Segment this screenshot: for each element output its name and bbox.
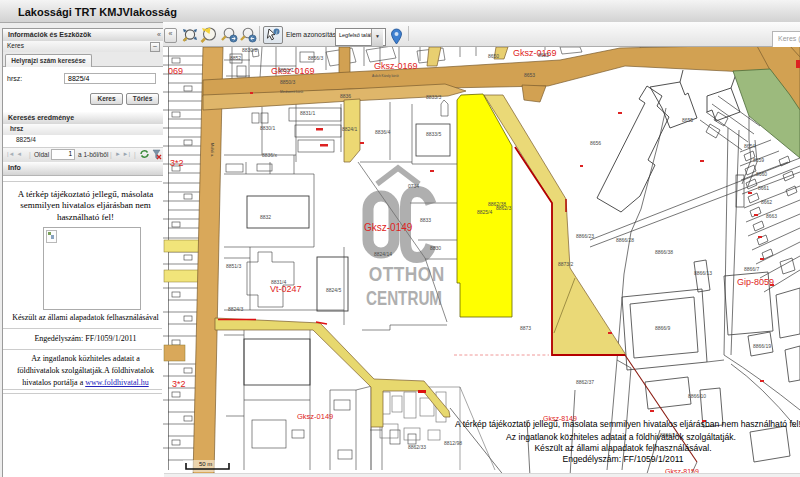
svg-text:8824/3: 8824/3 bbox=[228, 306, 244, 312]
svg-text:3*2: 3*2 bbox=[172, 379, 186, 389]
svg-text:8831/1: 8831/1 bbox=[300, 110, 316, 116]
svg-text:Gksz-0169: Gksz-0169 bbox=[374, 61, 418, 71]
svg-text:8812/98: 8812/98 bbox=[444, 440, 462, 446]
svg-text:8832: 8832 bbox=[260, 214, 271, 220]
svg-text:069: 069 bbox=[168, 66, 183, 76]
svg-text:3*2: 3*2 bbox=[170, 158, 184, 168]
svg-text:8830: 8830 bbox=[430, 245, 441, 251]
svg-text:Vt-0247: Vt-0247 bbox=[270, 284, 302, 294]
svg-text:8850/3: 8850/3 bbox=[280, 79, 296, 85]
svg-text:Muhó u.: Muhó u. bbox=[210, 143, 215, 157]
svg-text:8866/19: 8866/19 bbox=[753, 343, 771, 349]
svg-text:Az ingatlanok közhiteles adata: Az ingatlanok közhiteles adatait a földh… bbox=[506, 432, 736, 442]
svg-text:Engedélyszám: FF/1059/1/2011: Engedélyszám: FF/1059/1/2011 bbox=[562, 454, 683, 464]
svg-text:8873: 8873 bbox=[520, 325, 531, 331]
svg-text:8862/38: 8862/38 bbox=[488, 201, 506, 207]
svg-text:8655: 8655 bbox=[682, 117, 693, 123]
svg-text:8833: 8833 bbox=[420, 217, 431, 223]
svg-text:8831/4: 8831/4 bbox=[271, 279, 287, 285]
svg-text:8660: 8660 bbox=[756, 171, 767, 177]
svg-text:Készült az állami alapadatok f: Készült az állami alapadatok felhasználá… bbox=[534, 443, 711, 453]
svg-text:8862/37: 8862/37 bbox=[576, 379, 594, 385]
svg-text:Gip-8059: Gip-8059 bbox=[737, 277, 774, 287]
svg-text:8836/x: 8836/x bbox=[262, 152, 278, 158]
svg-text:8656: 8656 bbox=[590, 140, 601, 146]
svg-text:8866/28: 8866/28 bbox=[616, 237, 634, 243]
svg-text:8661: 8661 bbox=[758, 185, 769, 191]
svg-text:8866/7: 8866/7 bbox=[744, 266, 760, 272]
svg-text:8653: 8653 bbox=[524, 72, 535, 78]
svg-text:OTTHON: OTTHON bbox=[369, 263, 445, 285]
svg-text:8682: 8682 bbox=[538, 52, 549, 58]
svg-text:8866/38: 8866/38 bbox=[655, 249, 673, 255]
svg-text:8825/4: 8825/4 bbox=[477, 209, 493, 215]
svg-text:8866/23: 8866/23 bbox=[576, 233, 594, 239]
svg-text:8662: 8662 bbox=[761, 199, 772, 205]
svg-text:8873/2: 8873/2 bbox=[558, 261, 574, 267]
svg-text:Gksz-0149: Gksz-0149 bbox=[297, 412, 333, 421]
svg-text:8836/4: 8836/4 bbox=[375, 129, 391, 135]
svg-text:8824/1: 8824/1 bbox=[342, 126, 358, 132]
svg-text:Mindszenti körút: Mindszenti körút bbox=[280, 90, 303, 94]
svg-text:0734: 0734 bbox=[408, 183, 419, 189]
svg-text:Gksz-0169: Gksz-0169 bbox=[513, 48, 557, 58]
svg-text:Aulich Károly körút: Aulich Károly körút bbox=[372, 74, 399, 78]
svg-text:8866/10: 8866/10 bbox=[688, 393, 706, 399]
svg-text:8866/9: 8866/9 bbox=[655, 325, 671, 331]
svg-text:8830/1: 8830/1 bbox=[260, 125, 276, 131]
svg-text:8663: 8663 bbox=[766, 213, 777, 219]
svg-text:8866/13: 8866/13 bbox=[694, 270, 712, 276]
svg-text:8851/3: 8851/3 bbox=[226, 263, 242, 269]
svg-text:8850/7: 8850/7 bbox=[278, 67, 294, 73]
svg-text:8836: 8836 bbox=[340, 93, 351, 99]
svg-text:8833/5: 8833/5 bbox=[426, 131, 442, 137]
svg-text:8852: 8852 bbox=[230, 55, 241, 61]
svg-text:CENTRUM: CENTRUM bbox=[366, 287, 442, 309]
svg-text:8833/3: 8833/3 bbox=[426, 94, 442, 100]
svg-text:50 m: 50 m bbox=[199, 461, 212, 467]
svg-text:8824/14: 8824/14 bbox=[374, 251, 392, 257]
svg-text:Gksz-0149: Gksz-0149 bbox=[364, 222, 413, 233]
svg-text:8824/5: 8824/5 bbox=[326, 287, 342, 293]
svg-text:8856/3: 8856/3 bbox=[308, 55, 324, 61]
svg-text:8659: 8659 bbox=[753, 157, 764, 163]
svg-text:8654: 8654 bbox=[744, 143, 755, 149]
svg-text:8862/33: 8862/33 bbox=[408, 444, 426, 450]
svg-text:8830/8: 8830/8 bbox=[242, 47, 258, 53]
svg-text:A térkép tájékoztató jellegű,: A térkép tájékoztató jellegű, másolata s… bbox=[455, 419, 800, 429]
svg-text:8650: 8650 bbox=[488, 53, 499, 59]
